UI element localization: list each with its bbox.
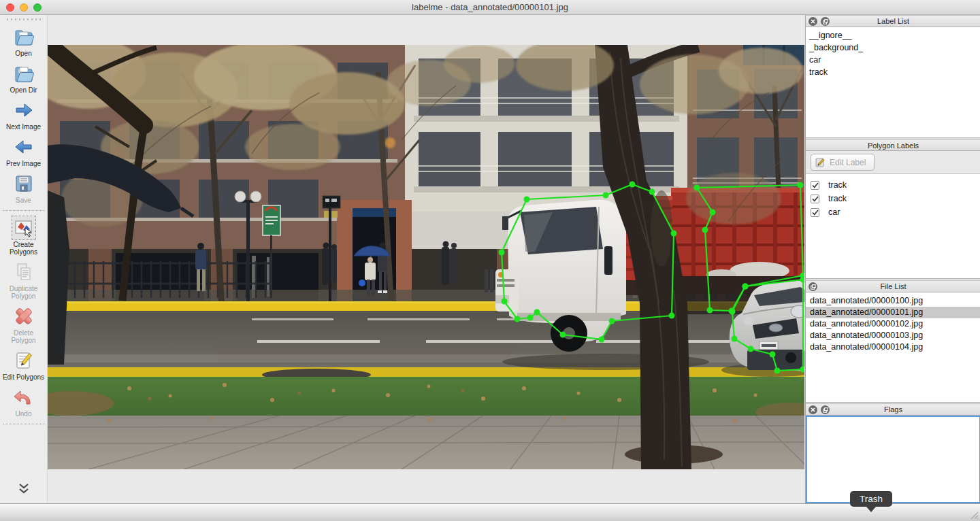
status-bar [0, 503, 980, 521]
save-button[interactable]: Save [1, 170, 47, 207]
toolbar-label: Prev Image [1, 160, 46, 167]
toolbar-label: Create Polygons [1, 241, 46, 256]
label-list-item[interactable]: _background_ [806, 41, 980, 54]
label-list-item[interactable]: __ignore__ [806, 29, 980, 41]
annotation-vertex[interactable] [649, 189, 655, 195]
annotation-vertex[interactable] [774, 368, 781, 374]
create-polygons-button[interactable]: Create Polygons [1, 214, 47, 258]
annotation-vertex[interactable] [499, 250, 505, 256]
checkbox-checked[interactable] [811, 208, 819, 217]
toolbar-separator [3, 424, 45, 424]
annotation-vertex[interactable] [694, 185, 700, 191]
delete-polygon-button[interactable]: Delete Polygon [1, 303, 47, 347]
undo-icon [12, 386, 35, 409]
polygon-labels-header[interactable]: Polygon Labels [806, 139, 980, 151]
file-list-item[interactable]: data_annotated/00000100.jpg [806, 295, 980, 307]
undo-button[interactable]: Undo [1, 384, 47, 420]
label-list-close-button[interactable] [808, 17, 817, 26]
panel-title: Flags [806, 404, 980, 416]
toolbar-label: Delete Polygon [1, 329, 46, 344]
toolbar: Open Open Dir [0, 15, 48, 503]
duplicate-icon [12, 260, 35, 284]
label-list-header[interactable]: Label List [806, 15, 980, 27]
arrow-right-icon [12, 99, 35, 122]
toolbar-drag-handle[interactable] [4, 17, 44, 22]
file-list-item[interactable]: data_annotated/00000103.jpg [806, 330, 980, 341]
open-dir-button[interactable]: Open Dir [1, 60, 47, 97]
edit-label-text: Edit Label [830, 158, 866, 167]
flags-float-button[interactable] [821, 405, 830, 414]
resize-grip-icon[interactable] [970, 511, 979, 520]
window-title: labelme - data_annotated/00000101.jpg [0, 0, 980, 15]
flags-list[interactable] [806, 416, 980, 503]
label-list-item[interactable]: track [806, 66, 980, 78]
annotation-vertex[interactable] [534, 309, 540, 316]
checkbox-checked[interactable] [811, 181, 819, 190]
flags-header[interactable]: Flags [806, 403, 980, 416]
file-list-item[interactable]: data_annotated/00000104.jpg [806, 341, 980, 353]
checkbox-checked[interactable] [811, 195, 819, 203]
right-dock: Label List __ignore__ _background_ car t… [805, 15, 980, 503]
file-list: data_annotated/00000100.jpg data_annotat… [806, 292, 980, 403]
toolbar-label: Open Dir [1, 86, 46, 94]
delete-polygon-icon [12, 305, 35, 328]
trash-tooltip: Trash [850, 491, 892, 512]
polygon-label-list: track track car [806, 174, 980, 279]
edit-label-button[interactable]: Edit Label [811, 154, 875, 171]
annotation-vertex[interactable] [560, 332, 566, 338]
trash-tooltip-text: Trash [850, 491, 892, 507]
chevron-double-down-icon [15, 483, 33, 495]
panel-title: Polygon Labels [806, 140, 980, 152]
polygon-label-row[interactable]: car [806, 205, 980, 219]
polygon-label-row[interactable]: track [806, 192, 980, 205]
annotation-vertex[interactable] [770, 352, 776, 358]
annotation-vertex[interactable] [707, 307, 713, 314]
annotation-vertex[interactable] [748, 346, 754, 352]
toolbar-label: Save [1, 197, 46, 204]
file-list-float-button[interactable] [808, 282, 817, 291]
panel-title: File List [806, 281, 980, 292]
toolbar-label: Duplicate Polygon [1, 285, 46, 300]
edit-polygons-button[interactable]: Edit Polygons [1, 347, 47, 384]
annotation-vertex[interactable] [630, 182, 636, 188]
open-button[interactable]: Open [1, 23, 47, 60]
tooltip-arrow [866, 507, 876, 512]
title-bar[interactable]: labelme - data_annotated/00000101.jpg [0, 0, 980, 15]
annotation-vertex[interactable] [527, 315, 534, 321]
annotation-vertex[interactable] [742, 284, 749, 290]
label-list-panel: Label List __ignore__ _background_ car t… [806, 15, 980, 138]
file-list-item-selected[interactable]: data_annotated/00000101.jpg [806, 307, 980, 318]
annotation-vertex[interactable] [669, 313, 675, 319]
annotation-vertex[interactable] [524, 197, 530, 203]
toolbar-overflow-button[interactable] [15, 483, 33, 498]
save-icon [12, 172, 35, 195]
annotation-vertex[interactable] [702, 227, 708, 233]
annotation-vertex[interactable] [730, 309, 736, 315]
file-list-item[interactable]: data_annotated/00000102.jpg [806, 318, 980, 330]
polygon-label-text: car [828, 207, 840, 217]
polygon-label-row[interactable]: track [806, 178, 980, 192]
annotation-vertex[interactable] [599, 337, 605, 343]
duplicate-polygon-button[interactable]: Duplicate Polygon [1, 258, 47, 303]
annotation-vertex[interactable] [603, 192, 609, 199]
image-canvas[interactable]: 21 [48, 15, 805, 503]
toolbar-label: Edit Polygons [1, 373, 46, 381]
polygon-label-text: track [828, 194, 847, 203]
annotation-vertex[interactable] [732, 336, 738, 342]
file-list-header[interactable]: File List [806, 280, 980, 292]
annotation-vertex[interactable] [502, 299, 508, 305]
annotation-vertex[interactable] [609, 318, 615, 324]
create-polygons-icon [12, 216, 35, 239]
label-list-float-button[interactable] [821, 17, 830, 26]
annotation-vertex[interactable] [514, 316, 521, 322]
annotation-vertex[interactable] [671, 231, 677, 237]
annotation-vertex[interactable] [710, 209, 716, 216]
next-image-button[interactable]: Next Image [1, 97, 47, 133]
polygon-labels-toolbar: Edit Label [806, 151, 980, 174]
annotation-vertex[interactable] [798, 182, 804, 188]
flags-close-button[interactable] [808, 405, 817, 414]
arrow-left-icon [12, 135, 35, 158]
prev-image-button[interactable]: Prev Image [1, 133, 47, 170]
panel-title: Label List [806, 16, 980, 27]
label-list-item[interactable]: car [806, 54, 980, 66]
